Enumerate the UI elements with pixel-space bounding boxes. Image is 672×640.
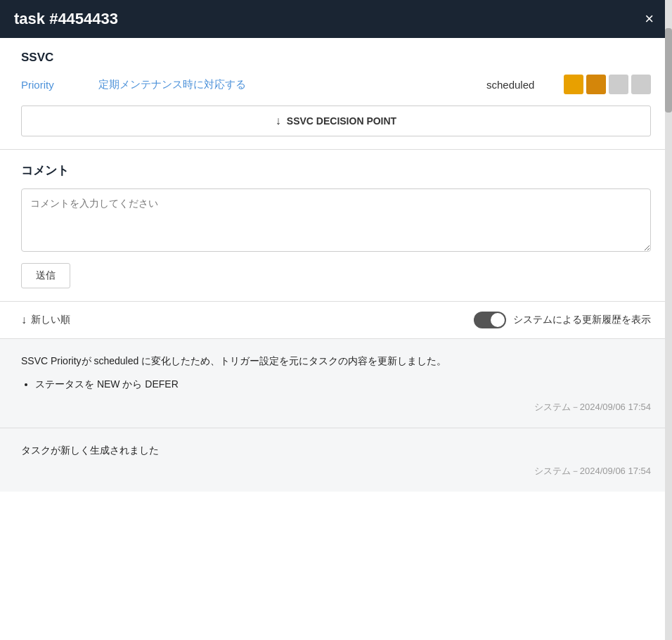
modal-body: SSVC Priority 定期メンテナンス時に対応する scheduled ↓… [0, 38, 672, 640]
system-history-toggle-row: システムによる更新履歴を表示 [474, 312, 651, 328]
toggle-knob [491, 313, 505, 327]
priority-block-3 [609, 75, 628, 94]
history-controls: ↓ 新しい順 システムによる更新履歴を表示 [0, 302, 672, 339]
history-bullet-item-1: ステータスを NEW から DEFER [35, 376, 651, 393]
ssvc-section-title: SSVC [21, 51, 651, 65]
history-entry-1: SSVC Priorityが scheduled に変化したため、トリガー設定を… [0, 339, 672, 428]
history-text-2: タスクが新しく生成されました [21, 442, 651, 458]
comment-section-title: コメント [21, 162, 651, 179]
ssvc-priority-bar [564, 75, 651, 94]
sort-label-text: 新しい順 [31, 314, 70, 326]
history-text-1: SSVC Priorityが scheduled に変化したため、トリガー設定を… [21, 353, 651, 369]
sort-arrow-icon: ↓ [21, 314, 27, 326]
close-button[interactable]: × [640, 10, 658, 28]
comment-section: コメント 送信 [0, 150, 672, 302]
comment-input[interactable] [21, 188, 651, 252]
history-bullets-1: ステータスを NEW から DEFER [35, 376, 651, 393]
ssvc-status: scheduled [486, 79, 543, 91]
ssvc-priority-label: Priority [21, 79, 77, 91]
modal-title: task #4454433 [14, 10, 118, 28]
modal-header: task #4454433 × [0, 0, 672, 38]
decision-btn-label: SSVC DECISION POINT [287, 115, 396, 127]
down-arrow-icon: ↓ [276, 115, 281, 127]
priority-block-1 [564, 75, 583, 94]
submit-button[interactable]: 送信 [21, 263, 70, 288]
priority-block-2 [586, 75, 606, 94]
history-meta-1: システム－2024/09/06 17:54 [21, 401, 651, 414]
history-meta-2: システム－2024/09/06 17:54 [21, 465, 651, 478]
ssvc-decision-button[interactable]: ↓ SSVC DECISION POINT [21, 105, 651, 136]
priority-block-4 [631, 75, 651, 94]
toggle-label: システムによる更新履歴を表示 [513, 314, 651, 326]
ssvc-row: Priority 定期メンテナンス時に対応する scheduled [21, 75, 651, 94]
ssvc-section: SSVC Priority 定期メンテナンス時に対応する scheduled ↓… [0, 38, 672, 150]
modal-container: task #4454433 × SSVC Priority 定期メンテナンス時に… [0, 0, 672, 640]
ssvc-description: 定期メンテナンス時に対応する [98, 78, 465, 91]
system-history-toggle[interactable] [474, 312, 506, 328]
sort-order[interactable]: ↓ 新しい順 [21, 314, 70, 326]
scrollbar-track [665, 0, 672, 640]
history-entry-2: タスクが新しく生成されました システム－2024/09/06 17:54 [0, 428, 672, 492]
scrollbar-thumb[interactable] [665, 28, 672, 113]
